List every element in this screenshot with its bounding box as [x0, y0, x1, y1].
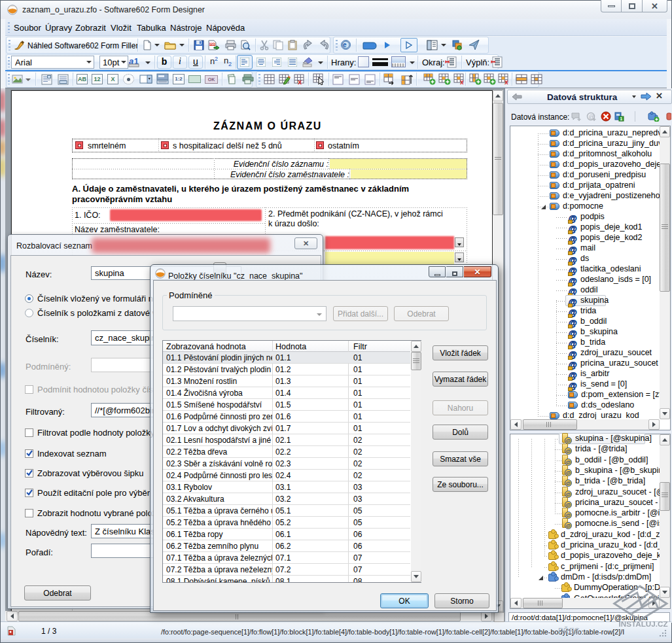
svg-text:x: x	[460, 78, 464, 85]
svg-text:1: 1	[620, 116, 623, 121]
svg-text:INSTALUJ.CZ: INSTALUJ.CZ	[619, 619, 668, 628]
svg-text:e: e	[343, 41, 347, 48]
svg-text:PDF: PDF	[210, 43, 216, 46]
svg-text:x: x	[504, 78, 508, 85]
svg-text:x: x	[298, 78, 302, 85]
